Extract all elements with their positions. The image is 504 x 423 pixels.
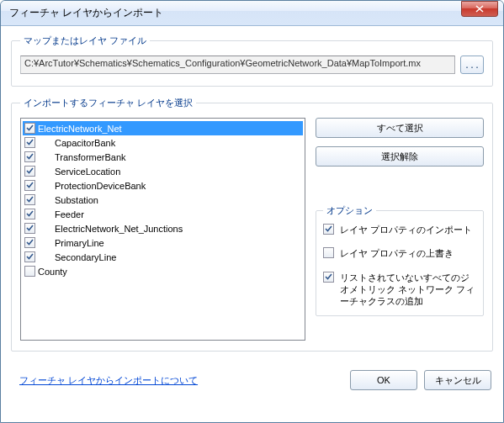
layer-checkbox[interactable] [24,266,35,277]
import-props-checkbox[interactable] [323,224,334,235]
add-unlisted-label: リストされていないすべてのジオメトリック ネットワーク フィーチャクラスの追加 [340,272,476,308]
file-section: マップまたはレイヤ ファイル C:¥ArcTutor¥Schematics¥Sc… [11,34,493,87]
file-section-legend: マップまたはレイヤ ファイル [20,34,150,47]
add-unlisted-checkbox[interactable] [323,272,334,283]
layer-item[interactable]: ServiceLocation [23,164,303,178]
layer-label: County [38,267,67,277]
layer-label: PrimaryLine [55,238,104,248]
help-link[interactable]: フィーチャ レイヤからインポートについて [19,374,198,387]
title-bar: フィーチャ レイヤからインポート [1,1,503,26]
layer-item[interactable]: ElectricNetwork_Net_Junctions [23,221,303,235]
select-all-button[interactable]: すべて選択 [316,118,484,138]
layer-item[interactable]: TransformerBank [23,150,303,164]
layer-item[interactable]: CapacitorBank [23,135,303,150]
layer-label: Feeder [55,209,84,219]
layer-checkbox[interactable] [24,223,35,234]
layer-item[interactable]: SecondaryLine [23,250,303,264]
clear-selection-button[interactable]: 選択解除 [316,146,484,167]
cancel-button[interactable]: キャンセル [424,370,491,390]
layer-checkbox[interactable] [24,137,35,148]
ok-button[interactable]: OK [350,370,417,390]
layer-item[interactable]: Substation [23,193,303,207]
browse-button[interactable]: ... [460,56,484,74]
layer-list[interactable]: ElectricNetwork_NetCapacitorBankTransfor… [20,118,305,341]
layer-checkbox[interactable] [24,251,35,262]
layer-item[interactable]: ProtectionDeviceBank [23,178,303,193]
layer-checkbox[interactable] [24,194,35,205]
layer-item[interactable]: County [23,264,303,278]
import-props-label: レイヤ プロパティのインポート [340,224,472,235]
layer-item[interactable]: PrimaryLine [23,235,303,250]
ellipsis-icon: ... [464,61,480,70]
layer-label: SecondaryLine [55,252,116,262]
layer-checkbox[interactable] [24,209,35,219]
layer-item[interactable]: ElectricNetwork_Net [23,121,303,135]
layer-checkbox[interactable] [24,180,35,191]
close-button[interactable] [461,1,498,17]
layer-label: Substation [55,195,98,205]
options-group: オプション レイヤ プロパティのインポート レイヤ プロパティの上書き リ [316,210,484,316]
layer-label: ElectricNetwork_Net [38,124,122,134]
layer-label: ProtectionDeviceBank [55,181,146,191]
layer-label: CapacitorBank [55,138,115,148]
layer-checkbox[interactable] [24,151,35,162]
file-path-input[interactable]: C:¥ArcTutor¥Schematics¥Schematics_Config… [20,56,455,74]
window-title: フィーチャ レイヤからインポート [9,6,461,20]
close-icon [475,5,484,13]
layer-label: TransformerBank [55,152,126,162]
layer-item[interactable]: Feeder [23,207,303,221]
layers-section-legend: インポートするフィーチャ レイヤを選択 [20,97,196,109]
layer-checkbox[interactable] [24,123,35,134]
dialog-footer: フィーチャ レイヤからインポートについて OK キャンセル [1,368,503,397]
dialog-content: マップまたはレイヤ ファイル C:¥ArcTutor¥Schematics¥Sc… [1,26,503,368]
layer-checkbox[interactable] [24,237,35,248]
options-legend: オプション [323,204,376,217]
layer-checkbox[interactable] [24,166,35,177]
override-props-checkbox[interactable] [323,247,334,258]
layer-label: ElectricNetwork_Net_Junctions [55,224,183,234]
layer-label: ServiceLocation [55,167,120,177]
override-props-label: レイヤ プロパティの上書き [340,247,454,259]
layers-section: インポートするフィーチャ レイヤを選択 ElectricNetwork_NetC… [11,97,493,352]
